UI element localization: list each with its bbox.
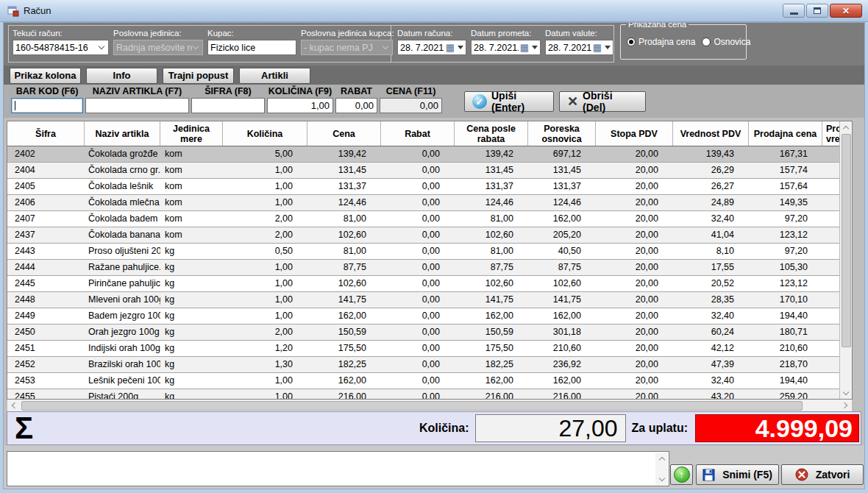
table-cell: 162,00 — [528, 373, 596, 389]
table-row[interactable]: 2406Čokolada mlečnakom1,00124,460,00124,… — [7, 195, 839, 211]
app-window: Račun ✕ Tekući račun: 160-54878415-16 — [0, 0, 868, 493]
barkod-input[interactable] — [11, 98, 83, 113]
table-cell: 41,04 — [673, 227, 749, 243]
dropdown-arrow-icon[interactable] — [458, 46, 463, 49]
table-cell: Čokolada grožđe — [85, 146, 160, 162]
scroll-to-top-button[interactable]: ↑ — [670, 464, 693, 485]
obrisi-button[interactable]: ✕ Obriši (Del) — [559, 91, 646, 112]
table-row[interactable]: 2402Čokolada grožđekom5,00139,420,00139,… — [7, 146, 839, 163]
table-cell: kg — [160, 244, 223, 259]
table-row[interactable]: 2449Badem jezgro 100gkg1,00162,000,00162… — [7, 308, 839, 324]
scroll-up-arrow[interactable] — [840, 121, 852, 133]
table-cell: 1,20 — [223, 341, 307, 356]
table-row[interactable]: 2443Proso oljušteni 20...kg0,5081,000,00… — [7, 244, 839, 260]
table-cell: 175,50 — [455, 341, 528, 356]
table-row[interactable]: 2404Čokolada crno gr...kom1,00131,450,00… — [7, 163, 839, 179]
table-cell: 47,39 — [673, 357, 749, 372]
barkod-label: BAR KOD (F6) — [16, 86, 79, 96]
column-header[interactable]: Poreska osnovica — [528, 121, 596, 146]
column-header[interactable]: Prodajna cena — [749, 121, 822, 146]
table-cell: 2437 — [7, 227, 85, 243]
datum-valute-picker[interactable]: 28. 7.2021. ▦ — [545, 40, 613, 55]
field-datum-valute: Datum valute: 28. 7.2021. ▦ — [545, 29, 613, 55]
scroll-down-arrow[interactable] — [655, 473, 668, 485]
naziv-artikla-input[interactable] — [85, 98, 189, 113]
column-header[interactable]: Količina — [223, 121, 307, 146]
table-row[interactable]: 2445Pirinčane pahuljic...kg1,00102,600,0… — [7, 276, 839, 292]
minimize-button[interactable] — [783, 4, 805, 18]
upisi-button[interactable]: ✓ Upiši (Enter) — [464, 91, 554, 112]
trajni-popust-button[interactable]: Trajni popust — [163, 68, 234, 84]
column-header[interactable]: Vrednost PDV — [673, 121, 749, 146]
dropdown-arrow-icon[interactable] — [605, 46, 611, 49]
maximize-button[interactable] — [806, 4, 828, 18]
column-header[interactable]: Pro vre — [822, 121, 839, 146]
table-cell: kg — [160, 357, 223, 372]
column-header[interactable]: Naziv artikla — [85, 121, 160, 146]
sifra-input[interactable] — [191, 98, 265, 113]
column-header[interactable]: Jedinica mere — [160, 121, 223, 146]
column-header[interactable]: Rabat — [381, 121, 455, 146]
table-cell: 0,00 — [381, 195, 455, 210]
rabat-input[interactable]: 0,00 — [335, 98, 377, 113]
quantity-total: 27,00 — [475, 414, 626, 442]
column-header[interactable]: Šifra — [7, 121, 85, 146]
table-row[interactable]: 2455Pistaći 200gkg1,00216,000,00216,0021… — [7, 389, 839, 399]
note-scrollbar[interactable] — [655, 453, 668, 485]
table-cell: 1,00 — [223, 308, 307, 324]
scroll-up-arrow[interactable] — [655, 453, 668, 464]
title-bar[interactable]: Račun ✕ — [0, 0, 868, 22]
info-button[interactable]: Info — [86, 68, 157, 84]
table-row[interactable]: 2405Čokolada lešnikkom1,00131,370,00131,… — [7, 179, 839, 195]
table-cell: 2402 — [7, 146, 85, 162]
scroll-right-arrow[interactable] — [839, 400, 852, 411]
table-row[interactable]: 2448Mleveni orah 100gkg1,00141,750,00141… — [7, 292, 839, 308]
table-cell: 131,37 — [528, 179, 596, 194]
field-datum-racuna: Datum računa: 28. 7.2021. ▦ — [397, 29, 466, 55]
vertical-scrollbar[interactable] — [839, 121, 852, 399]
datum-racuna-picker[interactable]: 28. 7.2021. ▦ — [397, 40, 466, 55]
scroll-down-arrow[interactable] — [840, 387, 852, 399]
prikaz-kolona-button[interactable]: Prikaz kolona — [10, 68, 81, 84]
table-cell: 157,74 — [749, 163, 822, 178]
note-input[interactable] — [7, 451, 669, 486]
table-row[interactable]: 2437Čokolada bananakom2,00102,600,00102,… — [7, 227, 839, 244]
total-label: Za uplatu: — [632, 422, 688, 435]
column-header[interactable]: Cena — [307, 121, 381, 146]
naziv-artikla-label: NAZIV ARTIKLA (F7) — [93, 86, 182, 96]
calendar-icon: ▦ — [520, 43, 529, 52]
table-cell: 20,00 — [596, 276, 673, 291]
snimi-button[interactable]: Snimi (F5) — [696, 464, 779, 485]
horizontal-scrollbar[interactable] — [7, 400, 853, 412]
horizontal-scroll-thumb[interactable] — [21, 401, 803, 411]
table-cell: 97,20 — [749, 244, 822, 259]
scroll-left-arrow[interactable] — [7, 400, 20, 411]
table-cell: 26,29 — [673, 163, 749, 178]
kupac-input[interactable]: Fizicko lice — [207, 40, 296, 55]
radio-osnovica[interactable]: Osnovica — [702, 37, 750, 47]
table-cell — [822, 227, 839, 243]
close-button[interactable]: ✕ — [830, 4, 862, 18]
radio-prodajna-cena[interactable]: Prodajna cena — [627, 37, 695, 47]
table-row[interactable]: 2450Orah jezgro 100gkg2,00150,590,00150,… — [7, 324, 839, 341]
table-row[interactable]: 2453Lešnik pečeni 100gkg1,00162,000,0016… — [7, 373, 839, 389]
table-cell: kg — [160, 389, 223, 399]
table-cell: 2445 — [7, 276, 85, 291]
column-header[interactable]: Cena posle rabata — [455, 121, 528, 146]
tekuci-racun-select[interactable]: 160-54878415-16 — [13, 40, 109, 55]
table-row[interactable]: 2407Čokolada bademkom2,0081,000,0081,001… — [7, 211, 839, 227]
table-cell: 301,18 — [528, 324, 596, 340]
window-content: Tekući račun: 160-54878415-16 Poslovna j… — [3, 22, 865, 489]
table-row[interactable]: 2451Indijski orah 100gkg1,20175,500,0017… — [7, 341, 839, 357]
artikli-button[interactable]: Artikli — [239, 68, 310, 84]
table-cell: 60,24 — [673, 324, 749, 340]
table-row[interactable]: 2444Ražane pahuljice...kg1,0087,750,0087… — [7, 260, 839, 276]
vertical-scroll-thumb[interactable] — [842, 134, 851, 347]
datum-prometa-picker[interactable]: 28. 7.2021. ▦ — [471, 40, 541, 55]
table-row[interactable]: 2452Brazilski orah 100gkg1,30182,250,001… — [7, 357, 839, 373]
kolicina-input[interactable]: 1,00 — [267, 98, 333, 113]
column-header[interactable]: Stopa PDV — [596, 121, 673, 146]
dropdown-arrow-icon[interactable] — [532, 46, 538, 49]
zatvori-button[interactable]: Zatvori — [781, 464, 864, 485]
poslovna-jedinica-label: Poslovna jedinica: — [113, 29, 203, 38]
